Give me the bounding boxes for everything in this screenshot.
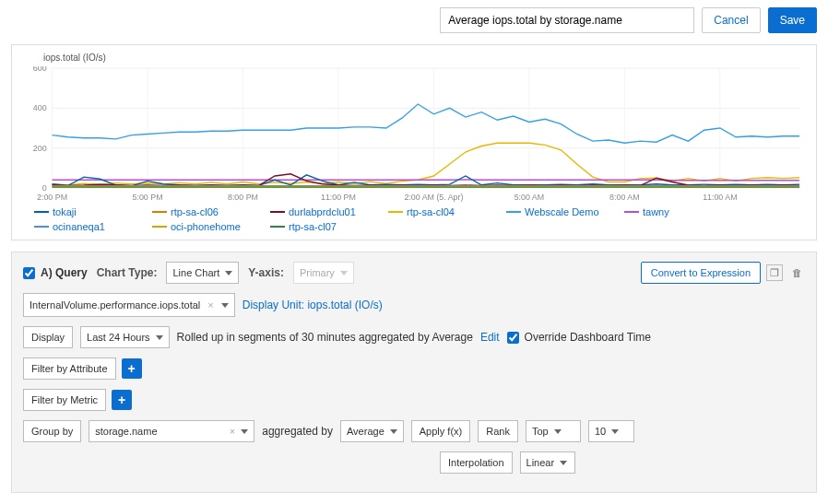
- yaxis-label: Y-axis:: [248, 266, 284, 279]
- chevron-down-icon: [241, 429, 248, 434]
- svg-text:11:00 PM: 11:00 PM: [321, 193, 356, 202]
- legend-item[interactable]: ocinaneqa1: [34, 221, 145, 232]
- apply-fx-button[interactable]: Apply f(x): [411, 420, 470, 442]
- legend-item[interactable]: rtp-sa-cl06: [152, 206, 263, 217]
- legend-swatch: [270, 211, 285, 213]
- legend-item[interactable]: Webscale Demo: [506, 206, 617, 217]
- rollup-text: Rolled up in segments of 30 minutes aggr…: [177, 331, 473, 344]
- legend-label: tawny: [643, 206, 669, 217]
- query-enable-checkbox[interactable]: A) Query: [23, 266, 88, 279]
- aggregated-by-label: aggregated by: [262, 425, 333, 438]
- legend-swatch: [152, 226, 167, 228]
- time-range-select[interactable]: Last 24 Hours: [80, 326, 169, 348]
- trash-icon[interactable]: 🗑: [788, 264, 805, 281]
- legend-swatch: [624, 211, 639, 213]
- svg-text:5:00 PM: 5:00 PM: [133, 193, 163, 202]
- override-time-checkbox[interactable]: Override Dashboard Time: [507, 331, 651, 344]
- legend-item[interactable]: durlabprdclu01: [270, 206, 381, 217]
- chevron-down-icon: [340, 271, 348, 275]
- svg-text:2:00 AM (5. Apr): 2:00 AM (5. Apr): [404, 193, 463, 202]
- legend-label: rtp-sa-cl07: [289, 221, 337, 232]
- svg-text:8:00 AM: 8:00 AM: [609, 193, 640, 202]
- widget-title-input[interactable]: [440, 7, 694, 33]
- chevron-down-icon: [225, 271, 232, 275]
- legend-swatch: [152, 211, 167, 213]
- legend-label: Webscale Demo: [525, 206, 599, 217]
- query-panel: A) Query Chart Type: Line Chart Y-axis: …: [11, 252, 817, 493]
- legend-item[interactable]: oci-phonehome: [152, 221, 263, 232]
- clear-icon[interactable]: ×: [230, 426, 235, 437]
- display-unit-link[interactable]: Display Unit: iops.total (IO/s): [242, 299, 383, 311]
- chart-type-label: Chart Type:: [97, 266, 158, 279]
- legend-item[interactable]: tawny: [624, 206, 735, 217]
- interpolation-label: Interpolation: [440, 451, 513, 474]
- svg-text:8:00 PM: 8:00 PM: [228, 193, 258, 202]
- legend-label: rtp-sa-cl06: [171, 206, 219, 217]
- svg-text:200: 200: [33, 144, 47, 153]
- filter-metric-button[interactable]: Filter by Metric: [23, 389, 106, 411]
- chart-legend: tokajirtp-sa-cl06durlabprdclu01rtp-sa-cl…: [23, 203, 805, 232]
- legend-label: rtp-sa-cl04: [407, 206, 455, 217]
- legend-item[interactable]: rtp-sa-cl07: [270, 221, 381, 232]
- legend-swatch: [270, 226, 285, 228]
- save-button[interactable]: Save: [768, 7, 817, 33]
- edit-rollup-link[interactable]: Edit: [480, 331, 500, 344]
- legend-label: ocinaneqa1: [53, 221, 105, 232]
- chevron-down-icon: [156, 335, 163, 340]
- chevron-down-icon: [554, 429, 562, 434]
- chevron-down-icon: [611, 429, 619, 434]
- svg-text:400: 400: [33, 103, 47, 112]
- checkbox-icon[interactable]: [23, 267, 35, 279]
- svg-text:5:00 AM: 5:00 AM: [515, 193, 545, 202]
- legend-label: oci-phonehome: [171, 221, 241, 232]
- chart-type-select[interactable]: Line Chart: [166, 262, 239, 284]
- legend-label: tokaji: [53, 206, 77, 217]
- metric-picker[interactable]: InternalVolume.performance.iops.total ×: [23, 293, 235, 317]
- groupby-field[interactable]: storage.name ×: [89, 420, 254, 442]
- checkbox-icon[interactable]: [507, 332, 519, 344]
- yaxis-select: Primary: [293, 262, 354, 284]
- legend-swatch: [388, 211, 403, 213]
- rank-count-select[interactable]: 10: [588, 420, 634, 442]
- legend-swatch: [34, 226, 49, 228]
- cancel-button[interactable]: Cancel: [702, 7, 760, 33]
- legend-item[interactable]: tokaji: [34, 206, 145, 217]
- svg-text:11:00 AM: 11:00 AM: [703, 193, 737, 202]
- svg-text:0: 0: [42, 183, 47, 193]
- chevron-down-icon: [221, 303, 229, 308]
- display-button[interactable]: Display: [23, 326, 73, 348]
- line-chart[interactable]: 02004006002:00 PM5:00 PM8:00 PM11:00 PM2…: [23, 66, 805, 203]
- legend-label: durlabprdclu01: [289, 206, 356, 217]
- y-axis-label: iops.total (IO/s): [43, 53, 805, 63]
- add-filter-attribute-button[interactable]: +: [122, 358, 142, 379]
- svg-text:2:00 PM: 2:00 PM: [37, 193, 67, 202]
- convert-to-expression-button[interactable]: Convert to Expression: [641, 262, 761, 284]
- duplicate-icon[interactable]: ❐: [766, 264, 783, 281]
- interpolation-select[interactable]: Linear: [520, 451, 575, 474]
- chart-container: iops.total (IO/s) 02004006002:00 PM5:00 …: [11, 44, 817, 240]
- filter-attribute-button[interactable]: Filter by Attribute: [23, 357, 116, 380]
- aggregate-select[interactable]: Average: [340, 420, 404, 442]
- svg-text:600: 600: [33, 66, 47, 73]
- legend-item[interactable]: rtp-sa-cl04: [388, 206, 499, 217]
- chevron-down-icon: [560, 461, 567, 465]
- rank-label: Rank: [478, 420, 518, 442]
- legend-swatch: [34, 211, 49, 213]
- groupby-button[interactable]: Group by: [23, 420, 81, 442]
- clear-icon[interactable]: ×: [207, 299, 213, 311]
- chevron-down-icon: [390, 429, 397, 434]
- add-filter-metric-button[interactable]: +: [112, 390, 132, 410]
- rank-direction-select[interactable]: Top: [526, 420, 581, 442]
- legend-swatch: [506, 211, 521, 213]
